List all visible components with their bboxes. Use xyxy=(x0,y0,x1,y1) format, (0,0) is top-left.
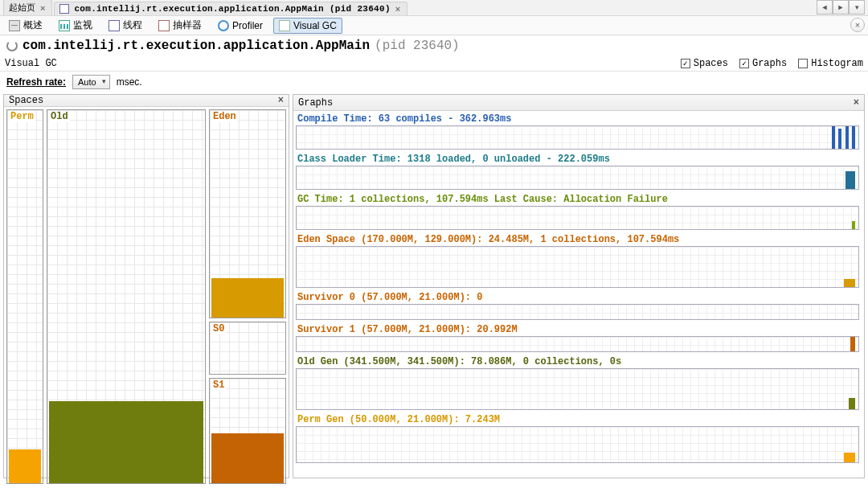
panel-spaces: Spaces × Perm Old Eden xyxy=(3,94,289,478)
view-tab-profiler[interactable]: Profiler xyxy=(212,18,268,34)
close-icon[interactable]: × xyxy=(40,3,45,13)
view-tab-visualgc[interactable]: Visual GC xyxy=(273,18,342,34)
tab-start-page[interactable]: 起始页 × xyxy=(3,0,52,15)
space-fill xyxy=(9,449,41,483)
window-tabs: 起始页 × com.intellij.rt.execution.applicat… xyxy=(0,0,868,16)
view-tab-label: Visual GC xyxy=(293,20,337,31)
panel-graphs: Graphs × Compile Time: 63 compiles - 362… xyxy=(293,94,865,478)
space-fill xyxy=(49,401,203,483)
close-icon[interactable]: × xyxy=(278,95,284,106)
graph-title: Class Loader Time: 1318 loaded, 0 unload… xyxy=(296,154,859,166)
view-tab-label: 监视 xyxy=(73,18,92,32)
check-label: Histogram xyxy=(811,58,863,69)
graph-area xyxy=(296,206,859,230)
graph-spark xyxy=(845,171,855,189)
refresh-rate-select[interactable]: Auto xyxy=(72,75,110,89)
tab-next-button[interactable]: ► xyxy=(833,0,849,14)
view-tab-label: Profiler xyxy=(232,20,263,31)
graph-area xyxy=(296,304,859,320)
close-icon[interactable]: × xyxy=(395,4,400,14)
java-icon xyxy=(59,4,69,14)
view-close-button[interactable]: × xyxy=(850,18,865,32)
main-content: Spaces × Perm Old Eden xyxy=(0,94,868,478)
monitor-icon xyxy=(59,20,70,31)
refresh-rate-label: Refresh rate: xyxy=(6,76,66,88)
tab-prev-button[interactable]: ◄ xyxy=(817,0,833,14)
checkbox-icon: ✓ xyxy=(681,59,690,68)
graph-spark xyxy=(850,337,855,351)
graph-spark xyxy=(843,276,855,287)
graph-classloader: Class Loader Time: 1318 loaded, 0 unload… xyxy=(296,154,859,190)
graph-title: Compile Time: 63 compiles - 362.963ms xyxy=(296,113,859,125)
graph-title: Old Gen (341.500M, 341.500M): 78.086M, 0… xyxy=(296,356,859,368)
subbar-title: Visual GC xyxy=(5,58,57,69)
graphs-body: Compile Time: 63 compiles - 362.963ms Cl… xyxy=(293,111,864,478)
tab-label: 起始页 xyxy=(9,2,35,14)
overview-icon xyxy=(9,20,20,31)
graph-eden: Eden Space (170.000M, 129.000M): 24.485M… xyxy=(296,234,859,288)
space-fill xyxy=(211,433,284,483)
space-eden: Eden xyxy=(209,109,286,318)
visualgc-icon xyxy=(279,20,290,31)
graph-perm: Perm Gen (50.000M, 21.000M): 7.243M xyxy=(296,414,859,463)
graph-title: GC Time: 1 collections, 107.594ms Last C… xyxy=(296,194,859,206)
spaces-body: Perm Old Eden S0 xyxy=(4,107,289,486)
graph-title: Eden Space (170.000M, 129.000M): 24.485M… xyxy=(296,234,859,246)
graph-gc: GC Time: 1 collections, 107.594ms Last C… xyxy=(296,194,859,230)
space-old: Old xyxy=(47,109,206,484)
check-label: Graphs xyxy=(752,58,787,69)
space-label: S0 xyxy=(211,323,226,334)
app-main-class: com.intellij.rt.execution.application.Ap… xyxy=(23,39,370,53)
space-s1: S1 xyxy=(209,378,286,484)
app-pid: (pid 23640) xyxy=(375,39,460,53)
graph-title: Survivor 1 (57.000M, 21.000M): 20.992M xyxy=(296,324,859,336)
tab-menu-button[interactable]: ▾ xyxy=(849,0,865,14)
view-tab-monitor[interactable]: 监视 xyxy=(53,16,98,35)
graph-area xyxy=(296,246,859,288)
graph-area xyxy=(296,166,859,190)
view-tab-label: 线程 xyxy=(123,18,142,32)
graph-spark xyxy=(831,125,855,149)
checkbox-icon xyxy=(798,59,808,68)
graph-area xyxy=(296,368,859,410)
tab-appmain[interactable]: com.intellij.rt.execution.application.Ap… xyxy=(54,2,407,15)
space-perm: Perm xyxy=(6,109,43,484)
panel-header-spaces: Spaces × xyxy=(4,95,289,107)
graph-spark xyxy=(851,218,855,229)
view-tab-overview[interactable]: 概述 xyxy=(3,16,48,35)
check-graphs[interactable]: ✓ Graphs xyxy=(739,58,787,69)
page-title: com.intellij.rt.execution.application.Ap… xyxy=(0,35,868,56)
panel-title: Graphs xyxy=(298,97,333,109)
refresh-rate-unit: msec. xyxy=(117,76,142,88)
graph-area xyxy=(296,336,859,352)
grid-bg xyxy=(7,110,43,483)
check-spaces[interactable]: ✓ Spaces xyxy=(681,58,728,69)
graph-title: Perm Gen (50.000M, 21.000M): 7.243M xyxy=(296,414,859,426)
space-label: S1 xyxy=(211,379,226,391)
graph-area xyxy=(296,125,859,150)
refresh-rate-row: Refresh rate: Auto msec. xyxy=(0,72,868,94)
profiler-icon xyxy=(218,20,229,31)
view-tab-label: 抽样器 xyxy=(173,18,202,32)
view-tab-sampler[interactable]: 抽样器 xyxy=(153,16,207,35)
tab-label: com.intellij.rt.execution.application.Ap… xyxy=(74,4,390,14)
space-label: Eden xyxy=(211,111,238,122)
view-tab-threads[interactable]: 线程 xyxy=(103,16,148,35)
graph-spark xyxy=(848,398,855,409)
panel-title: Spaces xyxy=(9,95,43,106)
space-fill xyxy=(211,278,284,318)
view-tabs: 概述 监视 线程 抽样器 Profiler Visual GC × xyxy=(0,16,868,35)
tab-nav-controls: ◄ ► ▾ xyxy=(817,0,865,14)
graph-area xyxy=(296,426,859,463)
view-option-checks: ✓ Spaces ✓ Graphs Histogram xyxy=(681,58,863,69)
close-icon[interactable]: × xyxy=(854,97,859,109)
check-histogram[interactable]: Histogram xyxy=(798,58,863,69)
space-s0: S0 xyxy=(209,322,286,375)
sampler-icon xyxy=(158,20,170,31)
refresh-icon xyxy=(6,40,18,51)
graph-s0: Survivor 0 (57.000M, 21.000M): 0 xyxy=(296,292,859,320)
threads-icon xyxy=(108,20,120,31)
checkbox-icon: ✓ xyxy=(739,59,749,68)
space-label: Perm xyxy=(9,111,35,122)
panel-header-graphs: Graphs × xyxy=(293,95,864,111)
